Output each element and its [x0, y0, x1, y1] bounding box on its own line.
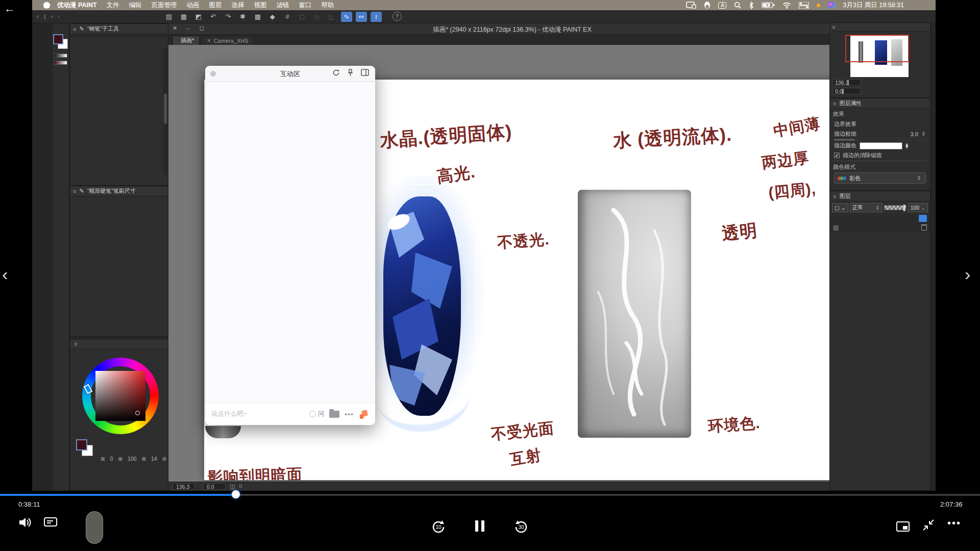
select-layer-color-icon[interactable]: [919, 215, 927, 222]
qq-status-icon[interactable]: [704, 2, 710, 9]
like-icon[interactable]: [359, 409, 369, 419]
more-options-icon[interactable]: •••: [947, 517, 961, 529]
stroke-width-slider[interactable]: [834, 139, 926, 141]
layers-tab[interactable]: 图层: [839, 192, 850, 200]
menubar-item[interactable]: 图层: [209, 1, 222, 10]
selection-pen-2-icon[interactable]: ∾: [356, 12, 367, 22]
bucket-icon[interactable]: ⧫: [905, 142, 908, 149]
opacity-value[interactable]: 100 ⌄: [908, 203, 928, 212]
screen-mirroring-icon[interactable]: [686, 2, 696, 9]
input-source-icon[interactable]: A: [718, 2, 726, 9]
navigator-viewport-rect[interactable]: [845, 35, 909, 62]
wifi-icon[interactable]: [782, 2, 791, 9]
snap-icon[interactable]: ◆: [267, 12, 278, 22]
bluetooth-icon[interactable]: [749, 2, 754, 9]
menubar-item[interactable]: 编辑: [129, 1, 142, 10]
rewind-10-button[interactable]: 10: [430, 518, 447, 536]
menubar-item[interactable]: 页面管理: [152, 1, 177, 10]
handwritten-annotation: 透明: [721, 219, 758, 246]
gradient-swatch[interactable]: [54, 61, 67, 65]
document-tab[interactable]: 插画*: [173, 36, 200, 45]
grid-icon[interactable]: #: [282, 12, 293, 22]
stroke-width-value[interactable]: 3.0: [910, 131, 918, 137]
rotation-value[interactable]: 0.0: [203, 483, 226, 490]
stroke-color-swatch[interactable]: [860, 142, 902, 149]
antialias-checkbox[interactable]: ✓: [834, 153, 840, 158]
subtool-scrollbar[interactable]: [163, 47, 167, 175]
spotlight-icon[interactable]: [734, 2, 741, 9]
folder-icon[interactable]: [329, 411, 339, 418]
gradient-swatch[interactable]: [54, 54, 67, 58]
foreground-color-swatch[interactable]: [76, 439, 87, 450]
layer-thumb-select[interactable]: ▢ ⌄: [832, 203, 848, 212]
sv-selector[interactable]: [135, 411, 140, 415]
prev-page-arrow[interactable]: ‹: [2, 264, 8, 284]
forward-30-button[interactable]: 30: [512, 518, 530, 536]
selection-pen-icon[interactable]: ∿: [341, 12, 352, 22]
select-lasso-icon[interactable]: ◇: [311, 12, 323, 22]
menubar-item[interactable]: 窗口: [299, 1, 312, 10]
video-frame[interactable]: 优动漫 PAINT文件编辑页面管理动画图层选择视图滤镜窗口帮助 A 3月3日 周…: [32, 0, 936, 491]
control-center-icon[interactable]: [799, 2, 809, 9]
statusbar-fit-icon[interactable]: ◫: [230, 483, 235, 490]
chat-window[interactable]: 互动区 说点什么吧~ 问 •••: [205, 66, 375, 425]
pip-icon[interactable]: [896, 521, 910, 534]
menubar-item[interactable]: 选择: [232, 1, 244, 10]
panel-menu-icon[interactable]: ≡: [73, 26, 76, 32]
opacity-slider[interactable]: [884, 205, 906, 210]
apple-menu-icon[interactable]: [43, 2, 50, 9]
delete-layer-icon[interactable]: [921, 224, 927, 231]
menubar-item[interactable]: 优动漫 PAINT: [57, 1, 97, 10]
select-rect-icon[interactable]: ◻: [297, 12, 308, 22]
panel-menu-icon[interactable]: ≡: [833, 193, 836, 199]
chat-input-bar[interactable]: 说点什么吧~ 问 •••: [205, 403, 375, 425]
color-swatches[interactable]: [53, 34, 68, 51]
panel-menu-icon[interactable]: ≡: [833, 101, 836, 107]
layers-panel: ≡图层 ▢ ⌄ 正常⇕ 100 ⌄ ▤: [829, 191, 930, 491]
siri-icon[interactable]: [828, 2, 835, 9]
document-tab[interactable]: ✕Camera_XHS: [201, 36, 254, 45]
selection-erase-icon[interactable]: ≀: [371, 12, 382, 22]
danmaku-toggle-icon[interactable]: [44, 516, 57, 531]
color-mode-select[interactable]: 彩色 ⇕: [834, 172, 926, 184]
open-file-icon[interactable]: ▦: [178, 12, 189, 22]
menubar-item[interactable]: 文件: [107, 1, 119, 10]
zoom-value[interactable]: 136.3: [173, 483, 195, 490]
panel-menu-icon[interactable]: ≡: [73, 188, 76, 194]
menubar-item[interactable]: 滤镜: [277, 1, 289, 10]
ask-toggle[interactable]: 问: [309, 410, 325, 418]
volume-icon[interactable]: [18, 516, 33, 531]
blend-mode-select[interactable]: 正常⇕: [850, 203, 883, 212]
layer-property-tab[interactable]: 图层属性: [839, 99, 862, 107]
save-icon[interactable]: ◩: [193, 12, 204, 22]
timeline-icon[interactable]: ▤: [833, 224, 839, 231]
antialias-label: 描边的消除锯齿: [843, 152, 882, 159]
back-button[interactable]: ←: [4, 2, 15, 15]
tab-close-icon[interactable]: ✕: [207, 38, 211, 43]
menubar-item[interactable]: 帮助: [322, 1, 334, 10]
panel-menu-icon[interactable]: ≡: [74, 341, 77, 347]
fill-icon[interactable]: ▩: [252, 12, 263, 22]
select-poly-icon[interactable]: ◺: [326, 12, 337, 22]
chat-more-icon[interactable]: •••: [345, 410, 354, 418]
menubar-item[interactable]: 动画: [187, 1, 200, 10]
chat-input[interactable]: 说点什么吧~: [211, 410, 304, 418]
no-color-icon[interactable]: ⊘: [162, 456, 167, 462]
new-doc-icon[interactable]: ▤: [163, 12, 175, 22]
clear-icon[interactable]: ✱: [237, 12, 249, 22]
redo-icon[interactable]: ↷: [223, 12, 234, 22]
next-page-arrow[interactable]: ›: [965, 264, 970, 284]
statusbar-expand-icon[interactable]: ⌑: [239, 483, 242, 490]
foreground-color-swatch[interactable]: [53, 34, 63, 44]
video-progress-thumb[interactable]: [232, 490, 240, 498]
menubar-item[interactable]: 视图: [254, 1, 267, 10]
navigator-rotation-value[interactable]: 0.0: [832, 88, 861, 94]
palette-collapse-arrows[interactable]: « ∥ « ‹: [36, 14, 61, 19]
help-icon[interactable]: ?: [393, 12, 402, 21]
exit-fullscreen-icon[interactable]: [922, 518, 935, 534]
chat-header[interactable]: 互动区: [205, 66, 375, 82]
pause-button[interactable]: [474, 520, 486, 534]
undo-icon[interactable]: ↶: [208, 12, 219, 22]
panel-menu-icon[interactable]: ≡: [832, 24, 835, 30]
navigator-zoom-value[interactable]: 136.3: [832, 79, 861, 86]
